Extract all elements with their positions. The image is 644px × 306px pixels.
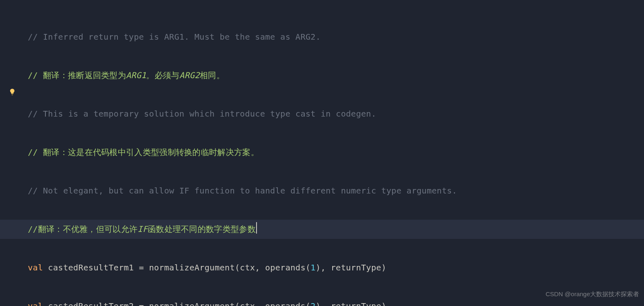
comment-text: // Not elegant, but can allow IF functio… [28,186,457,196]
lightbulb-icon[interactable] [9,83,16,90]
code-text: ), returnType) [315,263,386,272]
watermark-text: CSDN @orange大数据技术探索者 [545,284,639,304]
code-text: castedResultTerm1 = normalizeArgument(ct… [43,263,311,272]
comment-text: // Inferred return type is ARG1. Must be… [28,32,321,42]
keyword: val [28,301,43,306]
svg-rect-0 [11,94,13,94]
svg-rect-1 [12,95,13,95]
number-literal: 2 [311,301,315,306]
number-literal: 1 [311,263,315,272]
comment-text: //翻译：不优雅，但可以允许 [28,224,137,234]
comment-text: 相同。 [200,70,225,80]
code-area[interactable]: // Inferred return type is ARG1. Must be… [28,8,644,306]
code-editor[interactable]: // Inferred return type is ARG1. Must be… [0,0,644,306]
comment-text: 函数处理不同的数字类型参数 [148,224,256,234]
code-text: castedResultTerm2 = normalizeArgument(ct… [43,301,311,306]
code-line-active: //翻译：不优雅，但可以允许IF函数处理不同的数字类型参数 [0,220,644,239]
code-line: // This is a temporary solution which in… [28,104,644,124]
keyword: val [28,263,43,272]
comment-text: // 翻译：这是在代码根中引入类型强制转换的临时解决方案。 [28,147,259,157]
code-line: // Not elegant, but can allow IF functio… [28,181,644,200]
comment-text: // 翻译：推断返回类型为 [28,70,126,80]
code-text: ), returnType) [315,301,386,306]
code-line: // Inferred return type is ARG1. Must be… [28,27,644,47]
code-line: // 翻译：推断返回类型为ARG1。必须与ARG2相同。 [28,66,644,85]
text-cursor [256,222,257,234]
comment-text: ARG1 [126,70,146,80]
editor-gutter [0,0,24,306]
comment-text: // This is a temporary solution which in… [28,109,376,119]
code-line: // 翻译：这是在代码根中引入类型强制转换的临时解决方案。 [28,143,644,162]
comment-text: ARG2 [180,70,200,80]
comment-text: 。必须与 [146,70,179,80]
code-line: val castedResultTerm1 = normalizeArgumen… [28,258,644,277]
comment-text: IF [137,224,148,234]
